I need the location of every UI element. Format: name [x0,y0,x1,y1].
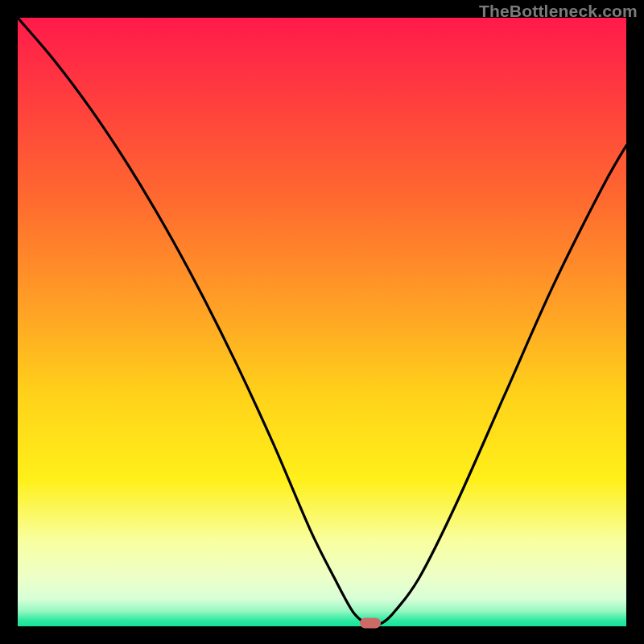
optimal-marker [360,618,381,629]
chart-frame: TheBottleneck.com [0,0,644,644]
plot-area [18,18,626,626]
bottleneck-curve [18,18,626,626]
watermark-label: TheBottleneck.com [479,2,638,21]
